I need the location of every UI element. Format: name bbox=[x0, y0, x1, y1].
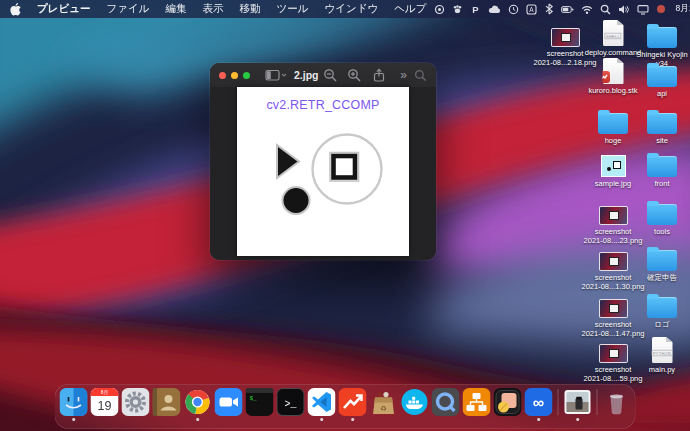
dock-chart-app[interactable] bbox=[339, 388, 367, 421]
contour-shapes bbox=[237, 87, 409, 256]
dock-system-preferences[interactable] bbox=[122, 388, 150, 421]
input-source-a-icon[interactable]: A bbox=[526, 4, 537, 15]
clock-status-icon[interactable] bbox=[508, 4, 519, 15]
bluetooth-icon[interactable] bbox=[544, 3, 554, 15]
battery-icon[interactable] bbox=[561, 4, 574, 15]
record-circle-icon[interactable] bbox=[434, 4, 445, 15]
search-icon[interactable] bbox=[414, 69, 427, 82]
running-indicator bbox=[351, 418, 354, 421]
screenshot-thumbnail-icon bbox=[599, 206, 628, 225]
document-image: cv2.RETR_CCOMP bbox=[237, 87, 409, 256]
desktop-icon-screenshot-23[interactable]: screenshot 2021-08....23.png bbox=[585, 198, 641, 245]
running-indicator bbox=[576, 418, 579, 421]
dock-preview[interactable] bbox=[564, 388, 592, 421]
menu-go[interactable]: 移動 bbox=[231, 2, 268, 16]
apple-menu[interactable] bbox=[10, 3, 21, 16]
svg-text:$_: $_ bbox=[250, 395, 258, 402]
svg-text:∞: ∞ bbox=[533, 394, 544, 411]
dock-zoom[interactable] bbox=[215, 388, 243, 421]
zoom-out-icon[interactable] bbox=[323, 68, 338, 83]
screenshot-thumbnail-icon bbox=[599, 299, 628, 318]
red-status-dot-icon[interactable] bbox=[656, 4, 666, 14]
dock-separator bbox=[597, 389, 598, 415]
dock-chrome[interactable] bbox=[184, 388, 212, 421]
desktop-icon-main-py[interactable]: PYTHON main.py bbox=[634, 336, 690, 374]
desktop-icon-front[interactable]: front bbox=[634, 150, 690, 188]
dock-iterm[interactable]: >_ bbox=[277, 388, 305, 421]
running-indicator bbox=[196, 418, 199, 421]
svg-text:19: 19 bbox=[98, 399, 112, 413]
menu-view[interactable]: 表示 bbox=[194, 2, 231, 16]
desktop-icon-api[interactable]: api bbox=[634, 60, 690, 98]
svg-text:P: P bbox=[473, 4, 480, 15]
more-toolbar-icon[interactable]: » bbox=[400, 69, 407, 81]
folder-icon bbox=[598, 113, 628, 134]
desktop: プレビュー ファイル 編集 表示 移動 ツール ウインドウ ヘルプ P A 8月… bbox=[0, 0, 690, 431]
zoom-in-icon[interactable] bbox=[347, 68, 362, 83]
preview-window: 2.jpg » cv2.RETR_CCOMP bbox=[210, 63, 436, 260]
folder-icon bbox=[647, 113, 677, 134]
stk-file-icon bbox=[603, 58, 624, 84]
dock-terminal[interactable]: $_ bbox=[246, 388, 274, 421]
desktop-icon-kakutei-shinkoku[interactable]: 確定申告 bbox=[634, 244, 690, 282]
dock-image-editor-app[interactable] bbox=[494, 388, 522, 421]
running-indicator bbox=[537, 418, 540, 421]
desktop-icon-screenshot-59[interactable]: screenshot 2021-08....59.png bbox=[585, 336, 641, 383]
running-indicator bbox=[72, 418, 75, 421]
menu-edit[interactable]: 編集 bbox=[157, 2, 194, 16]
folder-icon bbox=[647, 297, 677, 318]
desktop-icon-site[interactable]: site bbox=[634, 107, 690, 145]
window-title: 2.jpg bbox=[294, 69, 319, 81]
dock-drawio[interactable] bbox=[463, 388, 491, 421]
dock-contacts-book[interactable] bbox=[153, 388, 181, 421]
folder-icon bbox=[647, 156, 677, 177]
dock-quicktime[interactable] bbox=[432, 388, 460, 421]
dock-vscode[interactable] bbox=[308, 388, 336, 421]
dock-docker[interactable] bbox=[401, 388, 429, 421]
p-app-icon[interactable]: P bbox=[470, 4, 481, 15]
dock-shopping-bag-app[interactable]: ♻ bbox=[370, 388, 398, 421]
close-button[interactable] bbox=[219, 72, 226, 79]
running-indicator bbox=[320, 418, 323, 421]
display-icon[interactable] bbox=[637, 4, 649, 15]
dock: 8月19 $_ >_ ♻ bbox=[55, 384, 636, 429]
menu-file[interactable]: ファイル bbox=[98, 2, 157, 16]
screenshot-thumbnail-icon bbox=[551, 28, 580, 47]
menu-window[interactable]: ウインドウ bbox=[316, 2, 386, 16]
cloud-icon[interactable] bbox=[488, 4, 501, 15]
python-file-icon: PYTHON bbox=[652, 337, 673, 363]
folder-icon bbox=[647, 27, 677, 48]
screenshot-thumbnail-icon bbox=[599, 252, 628, 271]
dock-finder[interactable] bbox=[60, 388, 88, 421]
paw-icon[interactable] bbox=[452, 4, 463, 15]
folder-icon bbox=[647, 66, 677, 87]
fullscreen-button[interactable] bbox=[243, 72, 250, 79]
window-content: cv2.RETR_CCOMP bbox=[210, 87, 436, 260]
sidebar-icon[interactable] bbox=[265, 68, 287, 82]
desktop-icon-logo[interactable]: ロゴ bbox=[634, 291, 690, 329]
svg-text:A: A bbox=[530, 6, 535, 13]
screenshot-thumbnail-icon bbox=[599, 344, 628, 363]
desktop-icon-tools[interactable]: tools bbox=[634, 198, 690, 236]
menu-tools[interactable]: ツール bbox=[268, 2, 316, 16]
dock-trash[interactable] bbox=[603, 388, 631, 421]
menu-preview[interactable]: プレビュー bbox=[29, 2, 98, 16]
volume-icon[interactable] bbox=[618, 4, 630, 15]
share-icon[interactable] bbox=[372, 68, 386, 83]
window-title-bar[interactable]: 2.jpg » bbox=[210, 63, 436, 87]
dock-infinity-app[interactable]: ∞ bbox=[525, 388, 553, 421]
dock-separator bbox=[558, 389, 559, 415]
folder-icon bbox=[647, 250, 677, 271]
svg-text:>_: >_ bbox=[284, 399, 297, 410]
folder-icon bbox=[647, 204, 677, 225]
menu-bar-clock[interactable]: 8月19日(木) 8:54:25 bbox=[675, 3, 690, 15]
menu-help[interactable]: ヘルプ bbox=[386, 2, 434, 16]
desktop-icon-screenshot-1-47[interactable]: screenshot 2021-08...1.47.png bbox=[585, 291, 641, 338]
menu-bar: プレビュー ファイル 編集 表示 移動 ツール ウインドウ ヘルプ P A 8月… bbox=[0, 0, 690, 18]
wifi-icon[interactable] bbox=[581, 4, 593, 15]
svg-text:♻: ♻ bbox=[380, 404, 387, 413]
spotlight-icon[interactable] bbox=[600, 4, 611, 15]
dock-calendar[interactable]: 8月19 bbox=[91, 388, 119, 421]
minimize-button[interactable] bbox=[231, 72, 238, 79]
desktop-icon-screenshot-1-30[interactable]: screenshot 2021-08...1.30.png bbox=[585, 244, 641, 291]
